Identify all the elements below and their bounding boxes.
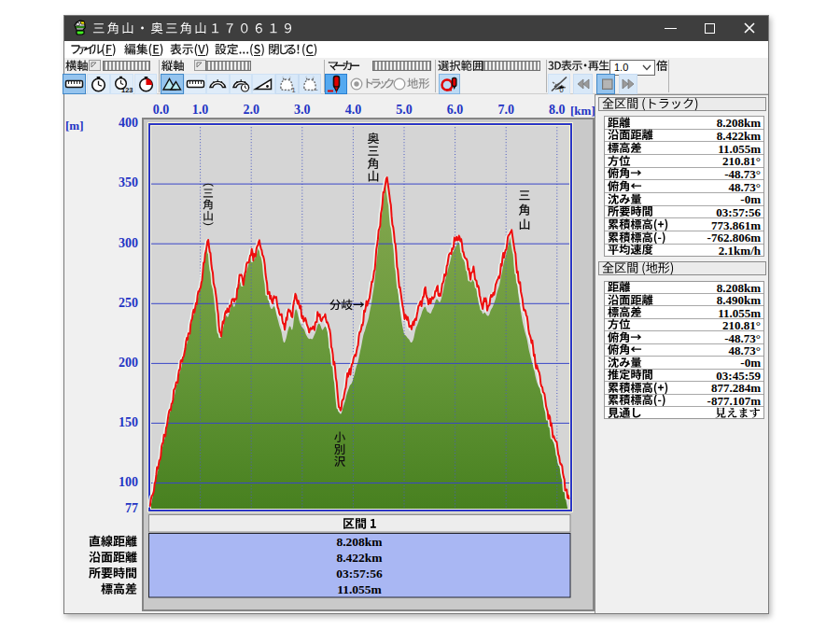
svg-text:03:57:56: 03:57:56 [336, 567, 383, 581]
svg-text:1: 1 [292, 86, 296, 94]
svg-text:~: ~ [314, 86, 318, 94]
svg-text:0: 0 [559, 86, 563, 94]
svg-text:123: 123 [121, 86, 133, 94]
svg-text:11.055m: 11.055m [337, 582, 382, 596]
svg-text:8.422km: 8.422km [336, 551, 383, 565]
svg-text:8.208km: 8.208km [336, 535, 383, 549]
